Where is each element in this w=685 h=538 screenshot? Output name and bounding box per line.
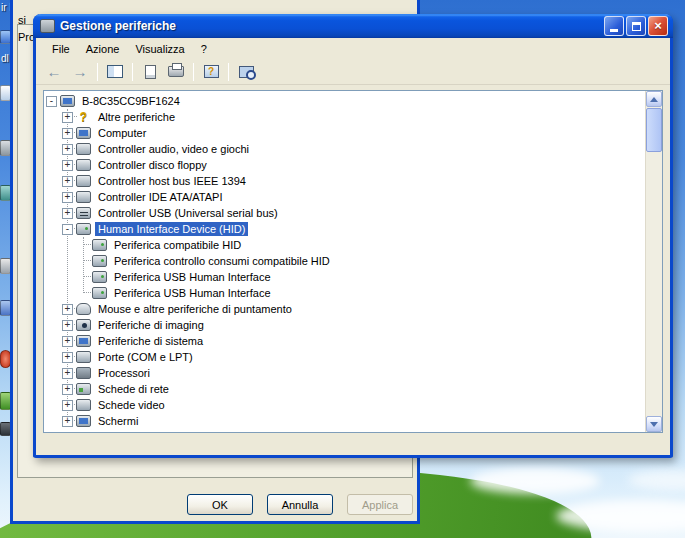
tree-item-label[interactable]: Schermi	[95, 414, 141, 428]
tree-item-label[interactable]: Periferica USB Human Interface	[111, 270, 274, 284]
expand-icon[interactable]: +	[62, 176, 73, 187]
cpu-icon	[76, 367, 91, 379]
tree-item[interactable]: +Controller disco floppy	[44, 157, 645, 173]
tree-indent	[44, 293, 78, 294]
forward-button[interactable]: →	[68, 61, 92, 83]
tree-item[interactable]: Periferica controllo consumi compatibile…	[44, 253, 645, 269]
question-icon: ?	[76, 111, 91, 123]
network-icon	[76, 383, 91, 395]
tree-item-label[interactable]: Controller audio, video e giochi	[95, 142, 252, 156]
console-tree-button[interactable]	[103, 61, 127, 83]
tree-item[interactable]: +Schede di rete	[44, 381, 645, 397]
expand-icon[interactable]: +	[62, 320, 73, 331]
tree-item-label[interactable]: B-8C35CC9BF1624	[79, 94, 183, 108]
titlebar[interactable]: Gestione periferiche ×	[33, 14, 673, 38]
scrollbar-track[interactable]	[646, 107, 662, 416]
expand-icon[interactable]: +	[62, 128, 73, 139]
tree-item[interactable]: -Human Interface Device (HID)	[44, 221, 645, 237]
minimize-button[interactable]	[604, 16, 624, 36]
close-button[interactable]: ×	[648, 16, 668, 36]
desktop: ir PE dl si Pro OKAnnullaApplica Gestion…	[0, 0, 685, 538]
scan-hardware-button[interactable]	[234, 61, 258, 83]
tree-item[interactable]: +Controller host bus IEEE 1394	[44, 173, 645, 189]
menu-help[interactable]: ?	[193, 41, 215, 57]
caption-buttons: ×	[604, 16, 673, 36]
expand-icon[interactable]: +	[62, 144, 73, 155]
scan-hardware-icon	[239, 66, 254, 78]
back-button[interactable]: ←	[42, 61, 66, 83]
hid-icon	[92, 287, 107, 299]
tree-item-label[interactable]: Schede di rete	[95, 382, 172, 396]
tree-item-label[interactable]: Schede video	[95, 398, 168, 412]
tree-item-label[interactable]: Controller USB (Universal serial bus)	[95, 206, 281, 220]
imaging-icon	[76, 319, 91, 331]
scroll-down-button[interactable]	[646, 416, 662, 432]
tree-item[interactable]: Periferica USB Human Interface	[44, 269, 645, 285]
properties-button[interactable]	[138, 61, 162, 83]
tree-indent	[44, 181, 62, 182]
floppy-icon	[76, 159, 91, 171]
tree-item[interactable]: +Schede video	[44, 397, 645, 413]
menu-azione[interactable]: Azione	[78, 41, 128, 57]
tree-item-label[interactable]: Mouse e altre periferiche di puntamento	[95, 302, 295, 316]
collapse-icon[interactable]: -	[62, 224, 73, 235]
scroll-up-button[interactable]	[646, 91, 662, 107]
tree-item-label[interactable]: Periferiche di imaging	[95, 318, 207, 332]
tree-item-label[interactable]: Porte (COM e LPT)	[95, 350, 196, 364]
scrollbar-thumb[interactable]	[646, 108, 662, 152]
tree-item-label[interactable]: Computer	[95, 126, 149, 140]
tree-item-label[interactable]: Human Interface Device (HID)	[95, 222, 248, 236]
tree-item[interactable]: Periferica USB Human Interface	[44, 285, 645, 301]
tree-item[interactable]: +Periferiche di sistema	[44, 333, 645, 349]
expand-icon[interactable]: +	[62, 416, 73, 427]
annulla-button[interactable]: Annulla	[267, 494, 333, 515]
system-icon	[76, 335, 91, 347]
menu-visualizza[interactable]: Visualizza	[127, 41, 192, 57]
tree-item-label[interactable]: Altre periferiche	[95, 110, 178, 124]
expand-icon[interactable]: +	[62, 368, 73, 379]
expand-icon[interactable]: +	[62, 352, 73, 363]
tree-item-label[interactable]: Periferica controllo consumi compatibile…	[111, 254, 333, 268]
collapse-icon[interactable]: -	[46, 96, 57, 107]
applica-button[interactable]: Applica	[347, 494, 413, 515]
tree-indent	[44, 229, 62, 230]
tree-indent	[44, 357, 62, 358]
tree-item-label[interactable]: Periferiche di sistema	[95, 334, 206, 348]
expand-icon[interactable]: +	[62, 192, 73, 203]
expand-icon[interactable]: +	[62, 208, 73, 219]
console-tree-icon	[107, 65, 123, 78]
tree-item-label[interactable]: Processori	[95, 366, 153, 380]
expand-icon[interactable]: +	[62, 384, 73, 395]
tree-item[interactable]: -B-8C35CC9BF1624	[44, 93, 645, 109]
tree-item[interactable]: +Mouse e altre periferiche di puntamento	[44, 301, 645, 317]
tree-item-label[interactable]: Controller disco floppy	[95, 158, 210, 172]
tree-indent	[44, 133, 62, 134]
expand-icon[interactable]: +	[62, 336, 73, 347]
maximize-button[interactable]	[626, 16, 646, 36]
tree-item-label[interactable]: Controller IDE ATA/ATAPI	[95, 190, 226, 204]
menu-file[interactable]: File	[44, 41, 78, 57]
tree-item[interactable]: +Computer	[44, 125, 645, 141]
tree-item[interactable]: +Periferiche di imaging	[44, 317, 645, 333]
help-button[interactable]: ?	[199, 61, 223, 83]
tree-item[interactable]: +Porte (COM e LPT)	[44, 349, 645, 365]
expand-icon[interactable]: +	[62, 304, 73, 315]
tree-item[interactable]: +Processori	[44, 365, 645, 381]
hid-icon	[92, 255, 107, 267]
ok-button[interactable]: OK	[187, 494, 253, 515]
tree-item[interactable]: +Controller IDE ATA/ATAPI	[44, 189, 645, 205]
hid-icon	[76, 223, 91, 235]
vertical-scrollbar[interactable]	[645, 91, 662, 432]
expand-icon[interactable]: +	[62, 112, 73, 123]
expand-icon[interactable]: +	[62, 400, 73, 411]
tree-item-label[interactable]: Controller host bus IEEE 1394	[95, 174, 249, 188]
expand-icon[interactable]: +	[62, 160, 73, 171]
tree-item[interactable]: +Controller audio, video e giochi	[44, 141, 645, 157]
tree-item-label[interactable]: Periferica USB Human Interface	[111, 286, 274, 300]
print-button[interactable]	[164, 61, 188, 83]
tree-item-label[interactable]: Periferica compatibile HID	[111, 238, 244, 252]
tree-item[interactable]: +?Altre periferiche	[44, 109, 645, 125]
tree-item[interactable]: +Controller USB (Universal serial bus)	[44, 205, 645, 221]
tree-item[interactable]: +Schermi	[44, 413, 645, 429]
tree-item[interactable]: Periferica compatibile HID	[44, 237, 645, 253]
